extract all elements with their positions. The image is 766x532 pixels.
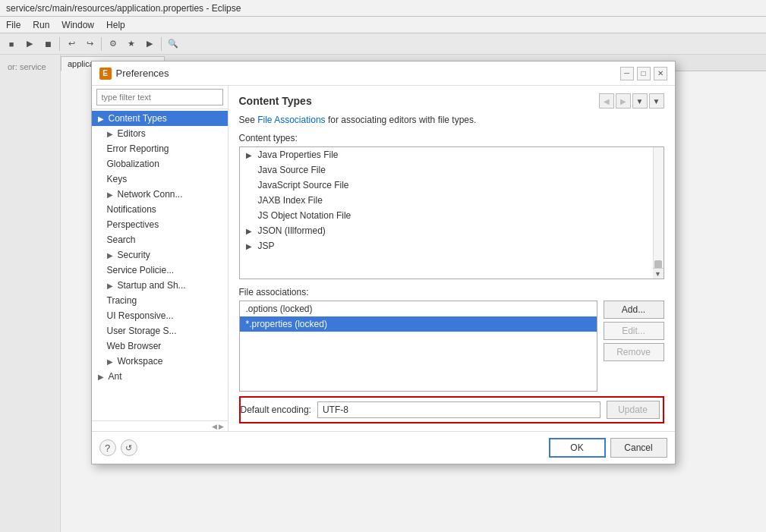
footer-left-buttons: ? ↺ xyxy=(99,439,137,456)
sidebar-item-startup[interactable]: ▶ Startup and Sh... xyxy=(92,278,228,293)
file-associations-link[interactable]: File Associations xyxy=(257,115,325,125)
dialog-maximize-btn[interactable]: □ xyxy=(637,67,651,80)
encoding-highlight-box: Default encoding: Update xyxy=(239,396,664,423)
expand-icon-ant: ▶ xyxy=(98,373,106,381)
sidebar-item-keys[interactable]: Keys xyxy=(92,172,228,187)
dialog-window-controls: ─ □ ✕ xyxy=(620,67,667,80)
desc-prefix: See xyxy=(239,115,258,125)
dialog-minimize-btn[interactable]: ─ xyxy=(620,67,634,80)
content-title: Content Types xyxy=(239,95,312,107)
sidebar-item-error-reporting[interactable]: Error Reporting xyxy=(92,141,228,156)
restore-btn[interactable]: ↺ xyxy=(121,439,137,456)
fa-item-properties[interactable]: *.properties (locked) xyxy=(240,316,597,332)
add-btn[interactable]: Add... xyxy=(604,301,664,319)
sidebar-tree[interactable]: ▶ Content Types ▶ Editors Error Reportin… xyxy=(92,109,228,420)
sidebar-item-tracing[interactable]: Tracing xyxy=(92,293,228,308)
update-btn[interactable]: Update xyxy=(607,401,660,419)
expand-icon-editors: ▶ xyxy=(107,130,115,138)
content-types-label: Content types: xyxy=(239,133,664,143)
help-btn[interactable]: ? xyxy=(99,439,116,456)
scrollbar-down-btn[interactable]: ▼ xyxy=(653,268,664,279)
cancel-btn[interactable]: Cancel xyxy=(610,438,667,458)
sidebar-item-web-browser[interactable]: Web Browser xyxy=(92,338,228,354)
sidebar-scroll-controls: ◀ ▶ xyxy=(92,420,228,431)
encoding-input[interactable] xyxy=(317,401,601,418)
dialog-main-content: Content Types ◀ ▶ ▼ ▼ See File Associati… xyxy=(229,86,675,431)
sidebar-item-user-storage[interactable]: User Storage S... xyxy=(92,323,228,338)
ct-item-jaxb[interactable]: JAXB Index File xyxy=(240,193,653,208)
sidebar-item-editors[interactable]: ▶ Editors xyxy=(92,126,228,141)
file-assoc-body: .options (locked) *.properties (locked) … xyxy=(239,301,664,392)
dialog-title-area: E Preferences xyxy=(99,68,169,80)
nav-fwd-btn[interactable]: ▶ xyxy=(616,93,631,109)
ct-arrow-jsp: ▶ xyxy=(246,242,254,250)
expand-icon-network: ▶ xyxy=(107,190,115,199)
modal-overlay: E Preferences ─ □ ✕ ▶ xyxy=(0,0,766,532)
sidebar-item-security[interactable]: ▶ Security xyxy=(92,247,228,263)
ct-arrow-java-props: ▶ xyxy=(246,151,254,159)
nav-menu-btn[interactable]: ▼ xyxy=(649,93,664,109)
file-assoc-list[interactable]: .options (locked) *.properties (locked) xyxy=(239,301,597,392)
ct-item-js-object[interactable]: JS Object Notation File xyxy=(240,208,653,223)
sidebar-item-globalization[interactable]: Globalization xyxy=(92,156,228,172)
expand-icon-startup: ▶ xyxy=(107,282,115,290)
sidebar-item-service-policies[interactable]: Service Policie... xyxy=(92,263,228,278)
file-assoc-label: File associations: xyxy=(239,287,664,297)
ok-btn[interactable]: OK xyxy=(549,438,606,458)
content-types-container: ▶ Java Properties File Java Source File … xyxy=(239,146,664,279)
dialog-app-icon: E xyxy=(99,68,112,80)
content-types-scrollbar[interactable]: ▼ xyxy=(653,147,664,279)
encoding-label: Default encoding: xyxy=(241,405,311,415)
nav-down-btn[interactable]: ▼ xyxy=(632,93,648,109)
sidebar-item-ui-responsive[interactable]: UI Responsive... xyxy=(92,308,228,323)
ct-item-json-illformed[interactable]: ▶ JSON (Illformed) xyxy=(240,223,653,238)
content-types-list[interactable]: ▶ Java Properties File Java Source File … xyxy=(240,147,653,279)
sidebar-item-network-conn[interactable]: ▶ Network Conn... xyxy=(92,187,228,202)
nav-back-btn[interactable]: ◀ xyxy=(599,93,614,109)
ct-item-js-source[interactable]: JavaScript Source File xyxy=(240,178,653,193)
nav-buttons-group: ◀ ▶ ▼ ▼ xyxy=(599,93,664,109)
sidebar-item-notifications[interactable]: Notifications xyxy=(92,202,228,217)
preferences-dialog: E Preferences ─ □ ✕ ▶ xyxy=(91,61,676,464)
sidebar-item-ant[interactable]: ▶ Ant xyxy=(92,369,228,384)
ct-item-jsp[interactable]: ▶ JSP xyxy=(240,238,653,253)
fa-item-options[interactable]: .options (locked) xyxy=(240,301,597,316)
ct-item-java-props[interactable]: ▶ Java Properties File xyxy=(240,147,653,162)
filter-box xyxy=(92,86,228,109)
file-assoc-buttons: Add... Edit... Remove xyxy=(604,301,664,392)
filter-input[interactable] xyxy=(96,89,223,105)
dialog-footer: ? ↺ OK Cancel xyxy=(92,431,675,464)
dialog-close-btn[interactable]: ✕ xyxy=(654,67,667,80)
ct-item-java-source[interactable]: Java Source File xyxy=(240,162,653,178)
sidebar-item-workspace[interactable]: ▶ Workspace xyxy=(92,354,228,369)
dialog-body: ▶ Content Types ▶ Editors Error Reportin… xyxy=(92,86,675,431)
sidebar-item-search[interactable]: Search xyxy=(92,232,228,247)
dialog-sidebar: ▶ Content Types ▶ Editors Error Reportin… xyxy=(92,86,229,431)
sidebar-item-perspectives[interactable]: Perspectives xyxy=(92,217,228,232)
expand-icon-workspace: ▶ xyxy=(107,357,115,366)
content-description: See File Associations for associating ed… xyxy=(239,115,664,125)
sidebar-item-content-types[interactable]: ▶ Content Types xyxy=(92,111,228,126)
dialog-titlebar: E Preferences ─ □ ✕ xyxy=(92,61,675,86)
edit-btn[interactable]: Edit... xyxy=(604,322,664,340)
ct-arrow-json: ▶ xyxy=(246,227,254,235)
expand-icon-content-types: ▶ xyxy=(98,115,106,123)
remove-btn[interactable]: Remove xyxy=(604,343,664,361)
footer-right-buttons: OK Cancel xyxy=(549,438,667,458)
desc-suffix: for associating editors with file types. xyxy=(326,115,477,125)
dialog-title-text: Preferences xyxy=(116,68,169,79)
expand-icon-security: ▶ xyxy=(107,251,115,260)
content-header: Content Types ◀ ▶ ▼ ▼ xyxy=(239,93,664,109)
